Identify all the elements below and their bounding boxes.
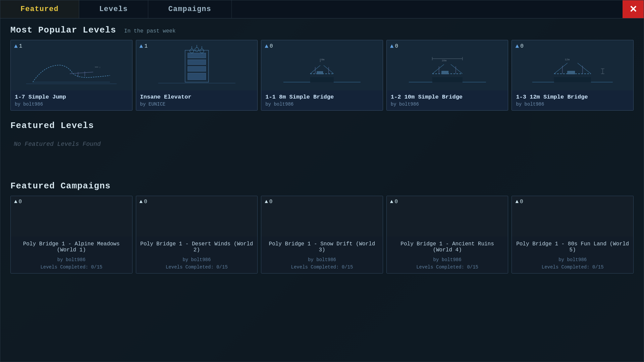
campaign-card-2[interactable]: ▲ 0 Poly Bridge 1 - Desert Winds (World … bbox=[136, 196, 258, 274]
vote-count-4: ▲ 0 bbox=[390, 43, 398, 50]
campaign-card-5[interactable]: ▲ 0 Poly Bridge 1 - 80s Fun Land (World … bbox=[512, 196, 634, 274]
vote-arrow-3: ▲ bbox=[265, 43, 268, 50]
campaign-vote-5: ▲ 0 bbox=[515, 199, 523, 205]
main-panel: Featured Levels Campaigns ✕ Most Popular… bbox=[0, 0, 644, 362]
no-featured-levels-message: No Featured Levels Found bbox=[14, 141, 634, 147]
most-popular-subtitle: In the past week bbox=[124, 28, 176, 34]
campaign-vote-2: ▲ 0 bbox=[140, 199, 147, 205]
campaign-author-2: by bolt986 bbox=[140, 257, 254, 262]
campaign-card-4[interactable]: ▲ 0 Poly Bridge 1 - Ancient Ruins (World… bbox=[386, 196, 508, 274]
campaign-author-5: by bolt986 bbox=[516, 257, 629, 262]
popular-levels-grid: ▲ 1 ↕ bbox=[10, 40, 634, 111]
close-button[interactable]: ✕ bbox=[623, 0, 644, 18]
campaign-info-4: Poly Bridge 1 - Ancient Ruins (World 4) … bbox=[387, 236, 508, 273]
vote-arrow-1: ▲ bbox=[14, 43, 18, 50]
vote-count-2: ▲ 1 bbox=[140, 43, 148, 50]
svg-rect-12 bbox=[187, 66, 206, 71]
level-thumbnail-2: ▲ 1 bbox=[136, 40, 258, 90]
campaign-vote-4: ▲ 0 bbox=[390, 199, 398, 205]
campaign-thumbnail-4: ▲ 0 bbox=[387, 196, 508, 236]
level-thumbnail-1: ▲ 1 ↕ bbox=[11, 40, 132, 90]
campaign-info-3: Poly Bridge 1 - Snow Drift (World 3) by … bbox=[261, 236, 383, 273]
campaign-vote-3: ▲ 0 bbox=[265, 199, 272, 205]
svg-rect-0 bbox=[26, 40, 117, 90]
campaign-info-1: Poly Bridge 1 - Alpine Meadows (World 1)… bbox=[11, 236, 132, 273]
level-info-4: 1-2 10m Simple Bridge by bolt986 bbox=[387, 90, 508, 110]
level-name-3: 1-1 8m Simple Bridge bbox=[265, 94, 379, 100]
svg-rect-57 bbox=[554, 77, 591, 82]
svg-rect-41 bbox=[442, 71, 448, 74]
level-drawing-3: 8m bbox=[261, 40, 383, 90]
most-popular-title: Most Popular Levels bbox=[10, 25, 116, 35]
svg-rect-29 bbox=[317, 71, 323, 74]
svg-rect-43 bbox=[432, 77, 463, 82]
campaign-levels-3: Levels Completed: 0/15 bbox=[265, 264, 379, 270]
campaign-thumbnail-1: ▲ 0 bbox=[11, 196, 132, 236]
level-thumbnail-3: ▲ 0 bbox=[261, 40, 383, 90]
svg-rect-11 bbox=[187, 60, 206, 65]
level-drawing-5: 12m bbox=[512, 40, 633, 90]
campaign-author-3: by bolt986 bbox=[265, 257, 379, 262]
level-info-3: 1-1 8m Simple Bridge by bolt986 bbox=[261, 90, 383, 110]
svg-rect-33 bbox=[402, 40, 493, 90]
level-drawing-2 bbox=[136, 40, 258, 90]
campaign-info-2: Poly Bridge 1 - Desert Winds (World 2) b… bbox=[136, 236, 258, 273]
level-name-5: 1-3 12m Simple Bridge bbox=[516, 94, 629, 100]
tab-levels[interactable]: Levels bbox=[79, 0, 148, 18]
svg-text:12m: 12m bbox=[565, 58, 570, 61]
svg-rect-55 bbox=[568, 71, 575, 74]
level-card-1[interactable]: ▲ 1 ↕ bbox=[10, 40, 132, 111]
campaign-card-3[interactable]: ▲ 0 Poly Bridge 1 - Snow Drift (World 3)… bbox=[261, 196, 383, 274]
level-author-5: by bolt986 bbox=[516, 102, 629, 107]
level-author-2: by EUNICE bbox=[140, 102, 254, 107]
tab-featured[interactable]: Featured bbox=[0, 0, 79, 18]
level-drawing-4: 10m bbox=[387, 40, 508, 90]
level-name-2: Insane Elevator bbox=[140, 94, 254, 100]
featured-levels-section: Featured Levels No Featured Levels Found bbox=[10, 121, 634, 171]
featured-campaigns-section: Featured Campaigns ▲ 0 Poly Bridge 1 - A… bbox=[10, 181, 634, 274]
campaign-levels-2: Levels Completed: 0/15 bbox=[140, 264, 254, 270]
vote-count-5: ▲ 0 bbox=[515, 43, 523, 50]
most-popular-header: Most Popular Levels In the past week bbox=[10, 25, 634, 35]
campaign-thumbnail-2: ▲ 0 bbox=[136, 196, 258, 236]
level-name-1: 1-7 Simple Jump bbox=[15, 94, 128, 100]
level-card-4[interactable]: ▲ 0 10m bbox=[386, 40, 508, 111]
level-card-5[interactable]: ▲ 0 12m bbox=[512, 40, 634, 111]
campaign-levels-5: Levels Completed: 0/15 bbox=[516, 264, 629, 270]
level-drawing-1: ↕ bbox=[11, 40, 132, 90]
campaign-author-1: by bolt986 bbox=[15, 257, 128, 262]
svg-text:8m: 8m bbox=[321, 58, 325, 61]
featured-levels-title: Featured Levels bbox=[10, 121, 634, 131]
campaign-card-1[interactable]: ▲ 0 Poly Bridge 1 - Alpine Meadows (Worl… bbox=[10, 196, 132, 274]
tab-campaigns[interactable]: Campaigns bbox=[148, 0, 232, 18]
campaign-name-1: Poly Bridge 1 - Alpine Meadows (World 1) bbox=[15, 241, 128, 253]
campaign-thumbnail-5: ▲ 0 bbox=[512, 196, 633, 236]
campaign-levels-4: Levels Completed: 0/15 bbox=[391, 264, 504, 270]
campaigns-grid: ▲ 0 Poly Bridge 1 - Alpine Meadows (Worl… bbox=[10, 196, 634, 274]
level-info-2: Insane Elevator by EUNICE bbox=[136, 90, 258, 110]
campaign-author-4: by bolt986 bbox=[391, 257, 504, 262]
level-card-2[interactable]: ▲ 1 bbox=[136, 40, 258, 111]
vote-count-1: ▲ 1 bbox=[14, 43, 22, 50]
level-author-4: by bolt986 bbox=[391, 102, 504, 107]
vote-arrow-4: ▲ bbox=[390, 43, 394, 50]
campaign-name-4: Poly Bridge 1 - Ancient Ruins (World 4) bbox=[391, 241, 504, 253]
svg-rect-21 bbox=[277, 40, 367, 90]
level-card-3[interactable]: ▲ 0 bbox=[261, 40, 383, 111]
svg-rect-10 bbox=[187, 53, 206, 58]
vote-count-3: ▲ 0 bbox=[265, 43, 273, 50]
campaign-info-5: Poly Bridge 1 - 80s Fun Land (World 5) b… bbox=[512, 236, 633, 273]
level-author-3: by bolt986 bbox=[265, 102, 379, 107]
campaign-name-2: Poly Bridge 1 - Desert Winds (World 2) bbox=[140, 241, 254, 253]
vote-arrow-5: ▲ bbox=[515, 43, 519, 50]
campaign-name-5: Poly Bridge 1 - 80s Fun Land (World 5) bbox=[516, 241, 629, 253]
level-info-5: 1-3 12m Simple Bridge by bolt986 bbox=[512, 90, 633, 110]
campaign-thumbnail-3: ▲ 0 bbox=[261, 196, 383, 236]
main-content: Most Popular Levels In the past week ▲ 1 bbox=[0, 18, 644, 362]
vote-arrow-2: ▲ bbox=[140, 43, 143, 50]
level-info-1: 1-7 Simple Jump by bolt986 bbox=[11, 90, 132, 110]
svg-rect-47 bbox=[527, 40, 618, 90]
svg-text:10m: 10m bbox=[442, 59, 447, 62]
campaign-vote-1: ▲ 0 bbox=[14, 199, 22, 205]
level-name-4: 1-2 10m Simple Bridge bbox=[391, 94, 504, 100]
